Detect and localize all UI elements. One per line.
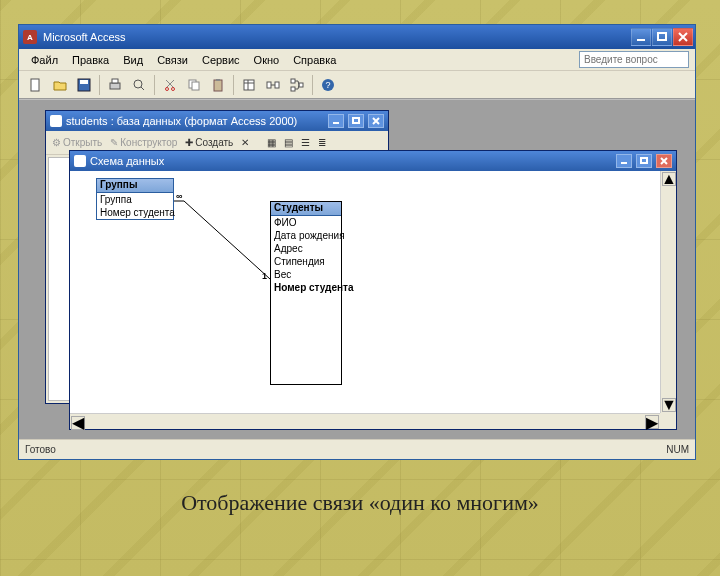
- scroll-left-icon[interactable]: ◀: [71, 416, 85, 430]
- svg-rect-11: [214, 80, 222, 91]
- db-view-large-icon[interactable]: ▦: [265, 136, 278, 149]
- copy-icon[interactable]: [185, 76, 203, 94]
- field-stipend[interactable]: Стипендия: [271, 255, 341, 268]
- svg-rect-18: [299, 83, 303, 87]
- schema-scrollbar-horizontal[interactable]: ◀ ▶: [70, 413, 660, 429]
- scroll-up-icon[interactable]: ▲: [662, 172, 676, 186]
- new-icon[interactable]: [27, 76, 45, 94]
- show-all-rel-icon[interactable]: [288, 76, 306, 94]
- menu-window[interactable]: Окно: [248, 52, 286, 68]
- menu-rel[interactable]: Связи: [151, 52, 194, 68]
- toolbar-divider: [99, 75, 100, 95]
- app-title: Microsoft Access: [43, 31, 126, 43]
- scroll-down-icon[interactable]: ▼: [662, 398, 676, 412]
- schema-maximize-button[interactable]: [636, 154, 652, 168]
- field-address[interactable]: Адрес: [271, 242, 341, 255]
- field-student-no-pk[interactable]: Номер студента: [271, 281, 341, 294]
- open-icon[interactable]: [51, 76, 69, 94]
- toolbar-divider: [233, 75, 234, 95]
- db-create-button[interactable]: ✚ Создать: [183, 136, 235, 149]
- menu-file[interactable]: Файл: [25, 52, 64, 68]
- menubar: Файл Правка Вид Связи Сервис Окно Справк…: [19, 49, 695, 71]
- relation-many-marker: ∞: [176, 191, 182, 201]
- minimize-button[interactable]: [631, 28, 651, 46]
- field-student-no[interactable]: Номер студента: [97, 206, 173, 219]
- status-bar: Готово NUM: [19, 439, 695, 459]
- cut-icon[interactable]: [161, 76, 179, 94]
- field-fio[interactable]: ФИО: [271, 216, 341, 229]
- svg-text:?: ?: [325, 80, 330, 90]
- toolbar: ?: [19, 71, 695, 99]
- database-title: students : база данных (формат Access 20…: [66, 115, 297, 127]
- schema-titlebar: Схема данных: [70, 151, 676, 171]
- window-controls: [631, 28, 693, 46]
- svg-rect-1: [31, 79, 39, 91]
- db-minimize-button[interactable]: [328, 114, 344, 128]
- svg-rect-13: [244, 80, 254, 90]
- show-direct-rel-icon[interactable]: [264, 76, 282, 94]
- svg-rect-14: [267, 82, 271, 88]
- svg-rect-15: [275, 82, 279, 88]
- schema-minimize-button[interactable]: [616, 154, 632, 168]
- schema-scrollbar-vertical[interactable]: ▲ ▼: [660, 171, 676, 413]
- db-close-button[interactable]: [368, 114, 384, 128]
- field-birthdate[interactable]: Дата рождения: [271, 229, 341, 242]
- svg-rect-22: [641, 158, 647, 163]
- field-weight[interactable]: Вес: [271, 268, 341, 281]
- menu-view[interactable]: Вид: [117, 52, 149, 68]
- access-app-icon: A: [23, 30, 37, 44]
- db-view-list-icon[interactable]: ☰: [299, 136, 312, 149]
- menu-tools[interactable]: Сервис: [196, 52, 246, 68]
- toolbar-divider: [312, 75, 313, 95]
- field-group[interactable]: Группа: [97, 193, 173, 206]
- database-icon: [50, 115, 62, 127]
- svg-rect-21: [353, 118, 359, 123]
- status-ready: Готово: [25, 444, 56, 455]
- slide-caption: Отображение связи «один ко многим»: [0, 490, 720, 516]
- svg-rect-5: [112, 79, 118, 83]
- table-groups-header: Группы: [97, 179, 173, 193]
- svg-rect-3: [80, 80, 88, 84]
- database-titlebar: students : база данных (формат Access 20…: [46, 111, 388, 131]
- db-maximize-button[interactable]: [348, 114, 364, 128]
- schema-icon: [74, 155, 86, 167]
- db-view-details-icon[interactable]: ≣: [316, 136, 328, 149]
- access-app-window: A Microsoft Access Файл Правка Вид Связи…: [18, 24, 696, 460]
- svg-point-7: [166, 87, 169, 90]
- table-students[interactable]: Студенты ФИО Дата рождения Адрес Стипенд…: [270, 201, 342, 385]
- db-delete-icon[interactable]: ✕: [239, 136, 251, 149]
- table-students-header: Студенты: [271, 202, 341, 216]
- mdi-client-area: students : база данных (формат Access 20…: [19, 99, 695, 439]
- db-view-small-icon[interactable]: ▤: [282, 136, 295, 149]
- svg-rect-10: [192, 82, 199, 90]
- table-groups[interactable]: Группы Группа Номер студента: [96, 178, 174, 220]
- schema-close-button[interactable]: [656, 154, 672, 168]
- maximize-button[interactable]: [652, 28, 672, 46]
- menu-edit[interactable]: Правка: [66, 52, 115, 68]
- save-icon[interactable]: [75, 76, 93, 94]
- titlebar: A Microsoft Access: [19, 25, 695, 49]
- paste-icon[interactable]: [209, 76, 227, 94]
- svg-rect-0: [658, 33, 666, 40]
- scroll-right-icon[interactable]: ▶: [645, 415, 659, 429]
- svg-rect-17: [291, 87, 295, 91]
- menu-help[interactable]: Справка: [287, 52, 342, 68]
- db-open-label: Открыть: [63, 137, 102, 148]
- close-button[interactable]: [673, 28, 693, 46]
- schema-canvas[interactable]: ∞ 1 Группы Группа Номер студента Студент…: [70, 171, 676, 429]
- db-design-button[interactable]: ✎ Конструктор: [108, 136, 179, 149]
- db-create-label: Создать: [195, 137, 233, 148]
- print-icon[interactable]: [106, 76, 124, 94]
- status-num-indicator: NUM: [666, 444, 689, 455]
- preview-icon[interactable]: [130, 76, 148, 94]
- db-design-label: Конструктор: [120, 137, 177, 148]
- svg-point-6: [134, 80, 142, 88]
- db-open-button[interactable]: ⚙ Открыть: [50, 136, 104, 149]
- svg-point-8: [172, 87, 175, 90]
- help-icon[interactable]: ?: [319, 76, 337, 94]
- help-search-input[interactable]: [579, 51, 689, 68]
- show-table-icon[interactable]: [240, 76, 258, 94]
- svg-rect-12: [216, 79, 220, 81]
- svg-rect-4: [110, 83, 120, 89]
- scroll-corner: [660, 413, 676, 429]
